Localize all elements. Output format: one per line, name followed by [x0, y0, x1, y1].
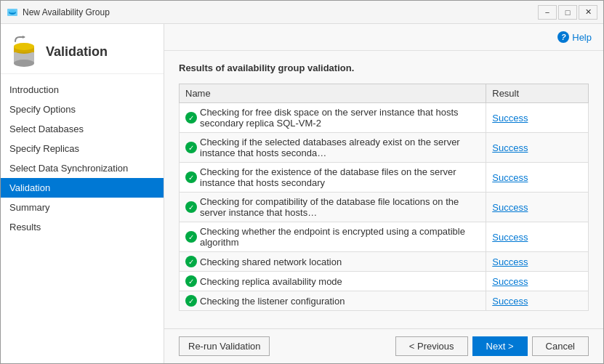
result-link[interactable]: Success	[492, 172, 528, 183]
row-name-cell: ✓Checking shared network location	[180, 252, 486, 272]
table-row: ✓Checking replica availability modeSucce…	[180, 272, 589, 291]
status-success-icon: ✓	[185, 256, 197, 267]
row-name-text: Checking replica availability mode	[200, 276, 342, 287]
rerun-validation-button[interactable]: Re-run Validation	[179, 336, 270, 356]
row-name-text: Checking shared network location	[200, 256, 342, 267]
status-success-icon: ✓	[185, 201, 197, 213]
row-result-cell[interactable]: Success	[486, 272, 589, 291]
result-link[interactable]: Success	[492, 256, 528, 267]
col-name-header: Name	[180, 84, 486, 103]
window-title: New Availability Group	[23, 7, 110, 17]
row-name-cell: ✓Checking replica availability mode	[180, 272, 486, 291]
row-result-cell[interactable]: Success	[486, 163, 589, 193]
row-name-text: Checking for compatibility of the databa…	[200, 196, 480, 218]
main-panel: ? Help Results of availability group val…	[164, 24, 603, 363]
sidebar-item-select-data-sync[interactable]: Select Data Synchronization	[1, 158, 164, 178]
content-area: Validation Introduction Specify Options …	[1, 24, 603, 363]
sidebar-heading: Validation	[46, 44, 108, 60]
row-name-text: Checking for free disk space on the serv…	[200, 107, 480, 129]
results-table: Name Result ✓Checking for free disk spac…	[179, 84, 589, 311]
main-content: Results of availability group validation…	[164, 51, 603, 328]
row-name-cell: ✓Checking for compatibility of the datab…	[180, 193, 486, 222]
result-link[interactable]: Success	[492, 232, 528, 243]
row-result-cell[interactable]: Success	[486, 103, 589, 133]
result-link[interactable]: Success	[492, 202, 528, 213]
sidebar-item-results[interactable]: Results	[1, 217, 164, 237]
status-success-icon: ✓	[185, 231, 197, 243]
sidebar-nav: Introduction Specify Options Select Data…	[1, 74, 164, 363]
title-bar: New Availability Group − □ ✕	[1, 1, 603, 24]
row-name-cell: ✓Checking if the selected databases alre…	[180, 133, 486, 163]
table-row: ✓Checking whether the endpoint is encryp…	[180, 222, 589, 252]
table-row: ✓Checking for free disk space on the ser…	[180, 103, 589, 133]
sidebar-item-specify-options[interactable]: Specify Options	[1, 100, 164, 119]
close-button[interactable]: ✕	[579, 5, 597, 20]
row-name-text: Checking if the selected databases alrea…	[200, 137, 480, 158]
status-success-icon: ✓	[185, 112, 197, 124]
nav-buttons: < Previous Next > Cancel	[395, 336, 589, 356]
sidebar-item-summary[interactable]: Summary	[1, 198, 164, 217]
row-result-cell[interactable]: Success	[486, 291, 589, 311]
row-name-text: Checking whether the endpoint is encrypt…	[200, 226, 480, 248]
svg-point-5	[14, 60, 34, 67]
minimize-button[interactable]: −	[538, 5, 557, 20]
table-row: ✓Checking shared network locationSuccess	[180, 252, 589, 272]
status-success-icon: ✓	[185, 295, 197, 307]
main-footer: Re-run Validation < Previous Next > Canc…	[164, 328, 603, 363]
help-label: Help	[572, 32, 592, 43]
sidebar-item-validation[interactable]: Validation	[1, 178, 164, 198]
row-name-cell: ✓Checking the listener configuration	[180, 291, 486, 311]
maximize-button[interactable]: □	[558, 5, 577, 20]
status-success-icon: ✓	[185, 275, 197, 287]
result-link[interactable]: Success	[492, 113, 528, 124]
result-link[interactable]: Success	[492, 142, 528, 153]
main-window: New Availability Group − □ ✕	[0, 0, 604, 364]
row-name-text: Checking for the existence of the databa…	[200, 166, 480, 188]
sidebar-item-select-databases[interactable]: Select Databases	[1, 119, 164, 139]
table-header-row: Name Result	[180, 84, 589, 103]
status-success-icon: ✓	[185, 142, 197, 153]
row-name-text: Checking the listener configuration	[200, 296, 345, 307]
row-result-cell[interactable]: Success	[486, 252, 589, 272]
sidebar-header: Validation	[1, 24, 164, 74]
row-result-cell[interactable]: Success	[486, 133, 589, 163]
table-row: ✓Checking the listener configurationSucc…	[180, 291, 589, 311]
row-name-cell: ✓Checking whether the endpoint is encryp…	[180, 222, 486, 252]
window-icon	[7, 7, 18, 18]
validation-icon	[9, 36, 39, 68]
svg-point-8	[14, 43, 34, 50]
row-name-cell: ✓Checking for free disk space on the ser…	[180, 103, 486, 133]
row-result-cell[interactable]: Success	[486, 193, 589, 222]
previous-button[interactable]: < Previous	[395, 336, 468, 356]
table-row: ✓Checking for compatibility of the datab…	[180, 193, 589, 222]
col-result-header: Result	[486, 84, 589, 103]
sidebar-item-introduction[interactable]: Introduction	[1, 80, 164, 100]
title-bar-left: New Availability Group	[7, 7, 110, 18]
sidebar-item-specify-replicas[interactable]: Specify Replicas	[1, 139, 164, 158]
result-link[interactable]: Success	[492, 296, 528, 307]
sidebar: Validation Introduction Specify Options …	[1, 24, 164, 363]
table-row: ✓Checking for the existence of the datab…	[180, 163, 589, 193]
help-icon: ?	[557, 31, 569, 43]
title-bar-controls: − □ ✕	[538, 5, 597, 20]
status-success-icon: ✓	[185, 171, 197, 183]
table-row: ✓Checking if the selected databases alre…	[180, 133, 589, 163]
row-result-cell[interactable]: Success	[486, 222, 589, 252]
results-title: Results of availability group validation…	[179, 62, 589, 73]
result-link[interactable]: Success	[492, 276, 528, 287]
main-header: ? Help	[164, 24, 603, 51]
svg-point-2	[9, 9, 16, 12]
help-link[interactable]: ? Help	[557, 31, 592, 43]
cancel-button[interactable]: Cancel	[532, 336, 589, 356]
next-button[interactable]: Next >	[472, 336, 528, 356]
row-name-cell: ✓Checking for the existence of the datab…	[180, 163, 486, 193]
